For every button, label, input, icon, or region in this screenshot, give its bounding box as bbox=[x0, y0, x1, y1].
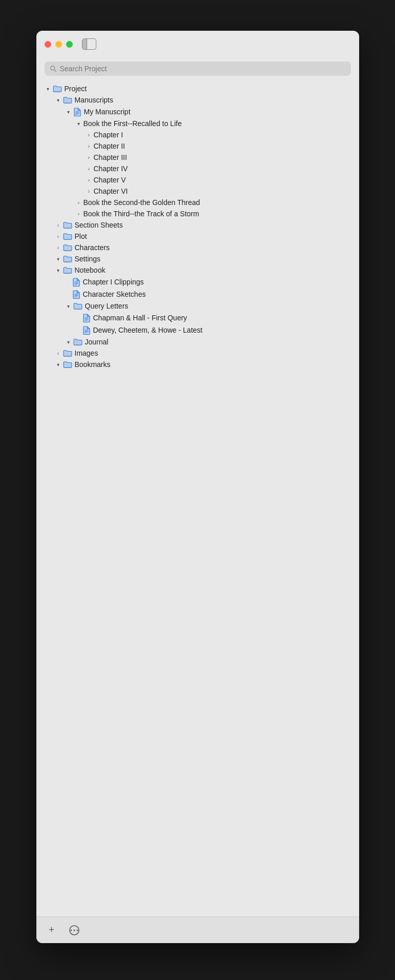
item-label: Book the First--Recalled to Life bbox=[84, 119, 182, 128]
close-button[interactable] bbox=[45, 41, 51, 48]
item-label: Chapter III bbox=[94, 153, 127, 161]
chevron-right-icon: › bbox=[55, 244, 62, 251]
chevron-down-icon: ▾ bbox=[55, 361, 62, 368]
tree-item-bookmarks[interactable]: ▾ Bookmarks bbox=[36, 359, 359, 370]
item-label: Chapter I Clippings bbox=[83, 278, 144, 286]
chevron-down-icon: ▾ bbox=[65, 338, 72, 345]
search-wrapper bbox=[45, 62, 351, 76]
chevron-right-icon: › bbox=[75, 210, 82, 217]
tree-item-journal[interactable]: ▾ Journal bbox=[36, 336, 359, 348]
folder-icon bbox=[63, 255, 72, 262]
svg-line-1 bbox=[54, 70, 56, 72]
minimize-button[interactable] bbox=[55, 41, 62, 48]
item-label: Settings bbox=[75, 255, 101, 263]
chevron-right-icon: › bbox=[86, 176, 93, 183]
sidebar-toggle-button[interactable] bbox=[82, 38, 96, 50]
tree-item-book-second[interactable]: ›Book the Second-the Golden Thread bbox=[36, 197, 359, 208]
chevron-right-icon: › bbox=[86, 142, 93, 150]
more-button[interactable] bbox=[67, 923, 81, 937]
chevron-placeholder bbox=[75, 326, 82, 334]
item-label: Character Sketches bbox=[83, 290, 146, 298]
search-input[interactable] bbox=[60, 65, 346, 73]
tree-item-section-sheets[interactable]: › Section Sheets bbox=[36, 219, 359, 231]
tree-item-book-third[interactable]: ›Book the Third--the Track of a Storm bbox=[36, 208, 359, 219]
chevron-placeholder bbox=[75, 314, 82, 321]
item-label: Chapter V bbox=[94, 176, 126, 184]
tree-item-dewey[interactable]: Dewey, Cheetem, & Howe - Latest bbox=[36, 324, 359, 336]
doc-icon bbox=[82, 325, 91, 335]
chevron-right-icon: › bbox=[75, 199, 82, 206]
app-window: ▾ Project▾ Manuscripts▾ My Manuscript▾Bo… bbox=[36, 31, 359, 943]
tree-item-character-sketches[interactable]: Character Sketches bbox=[36, 288, 359, 300]
tree-item-chapter-i[interactable]: ›Chapter I bbox=[36, 129, 359, 140]
chevron-right-icon: › bbox=[55, 233, 62, 240]
folder-icon bbox=[63, 267, 72, 274]
maximize-button[interactable] bbox=[66, 41, 73, 48]
tree-item-query-letters[interactable]: ▾ Query Letters bbox=[36, 300, 359, 312]
chevron-down-icon: ▾ bbox=[55, 267, 62, 274]
item-label: Chapter I bbox=[94, 131, 123, 139]
tree-item-notebook[interactable]: ▾ Notebook bbox=[36, 264, 359, 276]
item-label: Dewey, Cheetem, & Howe - Latest bbox=[93, 326, 203, 334]
chevron-down-icon: ▾ bbox=[55, 96, 62, 104]
item-label: My Manuscript bbox=[84, 108, 131, 116]
item-label: Chapter IV bbox=[94, 165, 128, 173]
item-label: Manuscripts bbox=[75, 96, 113, 104]
tree-item-project[interactable]: ▾ Project bbox=[36, 83, 359, 94]
more-icon bbox=[69, 925, 80, 936]
bottom-toolbar: + bbox=[36, 916, 359, 943]
doc-icon bbox=[73, 107, 81, 116]
chevron-right-icon: › bbox=[86, 154, 93, 161]
item-label: Journal bbox=[85, 338, 109, 346]
item-label: Book the Second-the Golden Thread bbox=[84, 198, 200, 207]
folder-icon bbox=[63, 221, 72, 229]
item-label: Characters bbox=[75, 243, 110, 252]
item-label: Plot bbox=[75, 232, 87, 240]
tree-item-settings[interactable]: ▾ Settings bbox=[36, 253, 359, 264]
tree-item-my-manuscript[interactable]: ▾ My Manuscript bbox=[36, 106, 359, 118]
svg-point-17 bbox=[70, 929, 72, 931]
tree-item-characters[interactable]: › Characters bbox=[36, 242, 359, 253]
tree-item-chapter-iii[interactable]: ›Chapter III bbox=[36, 152, 359, 163]
folder-icon bbox=[63, 233, 72, 240]
chevron-right-icon: › bbox=[86, 188, 93, 195]
item-label: Chapter II bbox=[94, 142, 125, 150]
chevron-down-icon: ▾ bbox=[75, 120, 82, 127]
tree-item-images[interactable]: › Images bbox=[36, 348, 359, 359]
doc-icon bbox=[72, 290, 80, 299]
folder-icon bbox=[63, 350, 72, 357]
folder-icon bbox=[63, 361, 72, 368]
chevron-down-icon: ▾ bbox=[65, 302, 72, 310]
tree-item-chapman-hall[interactable]: Chapman & Hall - First Query bbox=[36, 312, 359, 324]
tree-item-chapter-v[interactable]: ›Chapter V bbox=[36, 174, 359, 186]
chevron-down-icon: ▾ bbox=[65, 108, 72, 115]
add-button[interactable]: + bbox=[45, 923, 59, 937]
item-label: Bookmarks bbox=[75, 360, 111, 369]
tree-item-book-first[interactable]: ▾Book the First--Recalled to Life bbox=[36, 118, 359, 129]
folder-icon bbox=[73, 302, 82, 310]
item-label: Book the Third--the Track of a Storm bbox=[84, 210, 199, 218]
search-icon bbox=[50, 65, 57, 72]
folder-icon bbox=[73, 338, 82, 345]
item-label: Query Letters bbox=[85, 302, 129, 310]
tree-item-chapter-i-clippings[interactable]: Chapter I Clippings bbox=[36, 276, 359, 288]
chevron-down-icon: ▾ bbox=[55, 255, 62, 262]
item-label: Section Sheets bbox=[75, 221, 123, 229]
item-label: Images bbox=[75, 349, 98, 357]
tree-item-manuscripts[interactable]: ▾ Manuscripts bbox=[36, 94, 359, 106]
tree-item-chapter-vi[interactable]: ›Chapter VI bbox=[36, 186, 359, 197]
tree-item-plot[interactable]: › Plot bbox=[36, 231, 359, 242]
tree-item-chapter-ii[interactable]: ›Chapter II bbox=[36, 140, 359, 152]
folder-icon bbox=[53, 85, 62, 92]
titlebar bbox=[36, 31, 359, 57]
chevron-right-icon: › bbox=[86, 131, 93, 138]
svg-point-19 bbox=[76, 929, 78, 931]
chevron-placeholder bbox=[65, 291, 72, 298]
item-label: Notebook bbox=[75, 266, 106, 274]
chevron-right-icon: › bbox=[55, 221, 62, 229]
folder-icon bbox=[63, 96, 72, 104]
item-label: Chapter VI bbox=[94, 187, 128, 195]
tree-item-chapter-iv[interactable]: ›Chapter IV bbox=[36, 163, 359, 174]
file-tree: ▾ Project▾ Manuscripts▾ My Manuscript▾Bo… bbox=[36, 81, 359, 916]
search-bar bbox=[36, 57, 359, 81]
